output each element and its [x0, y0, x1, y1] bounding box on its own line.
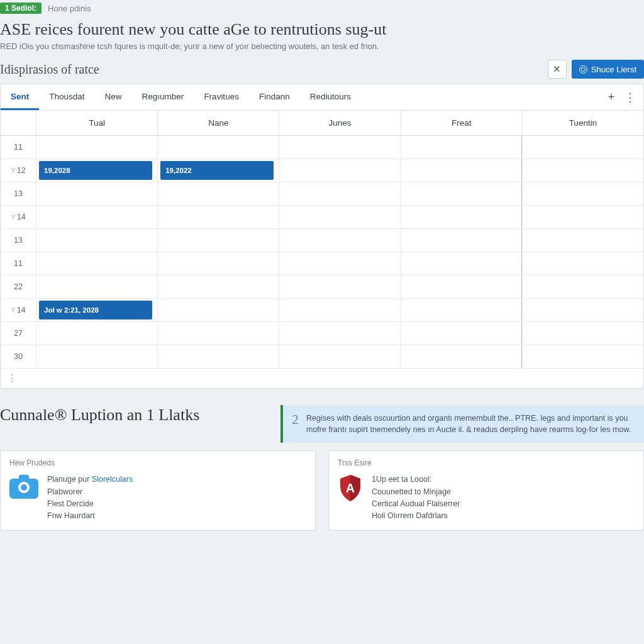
- camera-icon: [9, 474, 38, 499]
- calendar-cell[interactable]: [401, 229, 522, 252]
- tab-fravitues[interactable]: Fravitues: [194, 84, 249, 110]
- calendar-cell[interactable]: [279, 136, 400, 158]
- calendar-time-label: 11: [1, 136, 36, 158]
- primary-action-button[interactable]: Shuce Lierst: [572, 60, 644, 79]
- tab-thousdat[interactable]: Thousdat: [39, 84, 94, 110]
- calendar-cell[interactable]: [157, 206, 279, 228]
- calendar-row: 11: [1, 136, 643, 159]
- calendar-cell[interactable]: [36, 206, 157, 228]
- calendar-row: 13: [1, 229, 643, 252]
- calendar-cell[interactable]: [401, 252, 522, 275]
- calendar-cell[interactable]: [279, 345, 400, 368]
- calendar-event[interactable]: 19,2028: [39, 161, 152, 180]
- calendar-cell[interactable]: [157, 345, 279, 368]
- calendar: TualNaneJunesFreatTuentin 111219,202819,…: [0, 110, 644, 389]
- info-step-number: 2: [292, 413, 299, 435]
- calendar-cell[interactable]: [36, 136, 157, 158]
- module-header: Idispirasios of ratce ✕ Shuce Lierst: [0, 60, 644, 79]
- tab-regıumber[interactable]: Regıumber: [132, 84, 194, 110]
- gear-icon: [579, 65, 587, 74]
- info-callout: 2 Regises with deals oscuurtion and orga…: [280, 405, 644, 443]
- tab-bar: SentThousdatNewRegıumberFravituesFindann…: [0, 84, 644, 110]
- calendar-cell[interactable]: [279, 299, 400, 321]
- card-title: Trss Esire: [338, 458, 635, 467]
- calendar-cell[interactable]: [401, 159, 522, 182]
- calendar-cell[interactable]: [522, 229, 643, 252]
- close-icon: ✕: [553, 64, 561, 75]
- breadcrumb[interactable]: Hone pdinis: [48, 4, 91, 13]
- calendar-cell[interactable]: [522, 136, 643, 158]
- calendar-cell[interactable]: [522, 252, 643, 275]
- card-line: Holi Olırrem Dafdrlars: [372, 510, 460, 522]
- calendar-cell[interactable]: [36, 252, 157, 275]
- calendar-header-row: TualNaneJunesFreatTuentin: [1, 111, 643, 136]
- calendar-cell[interactable]: [36, 345, 157, 368]
- tab-rediutours[interactable]: Rediutours: [300, 84, 361, 110]
- calendar-cell[interactable]: [279, 182, 400, 205]
- calendar-time-label: 27: [1, 322, 36, 345]
- calendar-footer-handle[interactable]: ⋮: [1, 369, 643, 388]
- card-link[interactable]: Slorelculars: [92, 475, 133, 484]
- card-line: 1Up eet ta Loool:: [372, 474, 460, 486]
- calendar-cell[interactable]: [401, 136, 522, 158]
- calendar-cell[interactable]: [401, 345, 522, 368]
- calendar-cell[interactable]: [157, 136, 279, 158]
- calendar-event[interactable]: Joł w 2:21, 2028: [39, 301, 152, 319]
- calendar-cell[interactable]: [401, 182, 522, 205]
- status-badge: 1 Sediol:: [0, 3, 42, 14]
- calendar-cell[interactable]: [279, 322, 400, 345]
- calendar-cell[interactable]: [522, 299, 643, 321]
- calendar-cell[interactable]: [279, 252, 400, 275]
- calendar-cell[interactable]: [522, 322, 643, 345]
- card-line: Couunetted to Minjage: [372, 486, 460, 498]
- calendar-event[interactable]: 19,2022: [160, 161, 274, 180]
- calendar-cell[interactable]: [157, 299, 279, 321]
- card-lines: Planuge pur SlorelcularsPlabworerFlest D…: [47, 474, 133, 523]
- calendar-row: 14Joł w 2:21, 2028: [1, 299, 643, 322]
- plus-icon[interactable]: +: [602, 91, 621, 104]
- calendar-row: 13: [1, 182, 643, 206]
- calendar-cell[interactable]: [401, 299, 522, 321]
- page-title: ASE reices fourent new you catte aGe to …: [0, 20, 644, 39]
- calendar-cell[interactable]: [401, 322, 522, 345]
- calendar-cell[interactable]: [36, 182, 157, 205]
- calendar-cell[interactable]: 19,2022: [157, 159, 279, 182]
- calendar-cell[interactable]: [279, 229, 400, 252]
- calendar-cell[interactable]: [157, 322, 279, 345]
- calendar-cell[interactable]: [522, 275, 643, 298]
- calendar-cell[interactable]: [157, 229, 279, 252]
- calendar-cell[interactable]: [522, 159, 643, 182]
- tab-new[interactable]: New: [95, 84, 132, 110]
- tab-sent[interactable]: Sent: [1, 84, 39, 110]
- calendar-cell[interactable]: [36, 275, 157, 298]
- card-line: Planuge pur Slorelculars: [47, 474, 133, 486]
- card-line: Flest Dercide: [47, 498, 133, 510]
- calendar-cell[interactable]: [157, 252, 279, 275]
- calendar-time-label: 30: [1, 345, 36, 368]
- calendar-cell[interactable]: [36, 322, 157, 345]
- info-card: Hew PrudedsPlanuge pur SlorelcularsPlabw…: [0, 450, 316, 531]
- calendar-cell[interactable]: [157, 275, 279, 298]
- calendar-cell[interactable]: [522, 345, 643, 368]
- calendar-cell[interactable]: [279, 206, 400, 228]
- calendar-column-header: Junes: [279, 111, 400, 135]
- calendar-cell[interactable]: Joł w 2:21, 2028: [36, 299, 157, 321]
- tab-findann[interactable]: Findann: [249, 84, 300, 110]
- page-subtitle: RED iOis you chsmashine tcsh fqures is m…: [0, 42, 644, 51]
- calendar-cell[interactable]: 19,2028: [36, 159, 157, 182]
- calendar-column-header: Freat: [401, 111, 522, 135]
- calendar-cell[interactable]: [401, 275, 522, 298]
- more-icon[interactable]: ⋮: [621, 91, 640, 104]
- calendar-cell[interactable]: [522, 182, 643, 205]
- calendar-cell[interactable]: [522, 206, 643, 228]
- calendar-cell[interactable]: [279, 159, 400, 182]
- calendar-row: 30: [1, 345, 643, 369]
- calendar-cell[interactable]: [157, 182, 279, 205]
- card-line: Plabworer: [47, 486, 133, 498]
- calendar-cell[interactable]: [279, 275, 400, 298]
- calendar-row: 14: [1, 206, 643, 229]
- svg-text:A: A: [346, 481, 355, 495]
- calendar-cell[interactable]: [401, 206, 522, 228]
- calendar-cell[interactable]: [36, 229, 157, 252]
- close-button[interactable]: ✕: [548, 60, 567, 79]
